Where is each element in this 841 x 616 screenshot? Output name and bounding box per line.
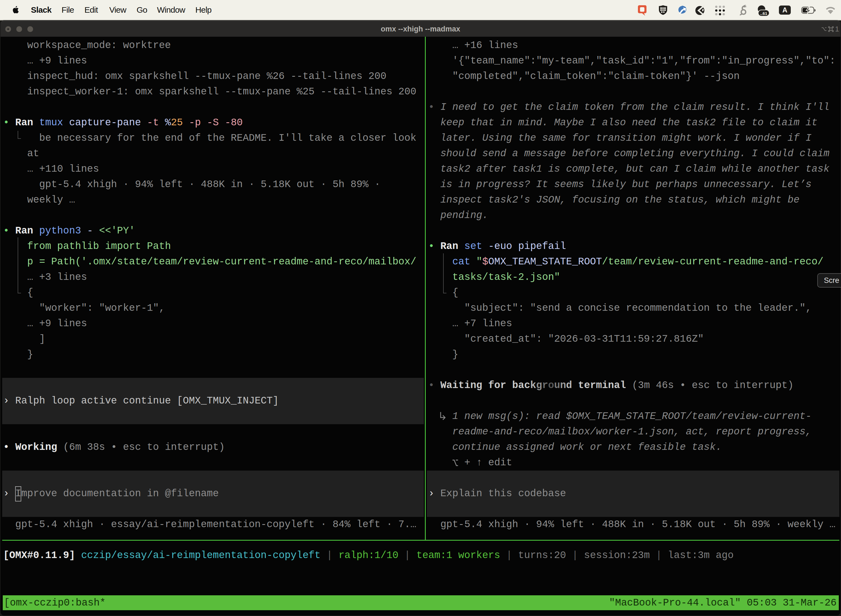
svg-text:..61: ..61 (760, 11, 767, 16)
